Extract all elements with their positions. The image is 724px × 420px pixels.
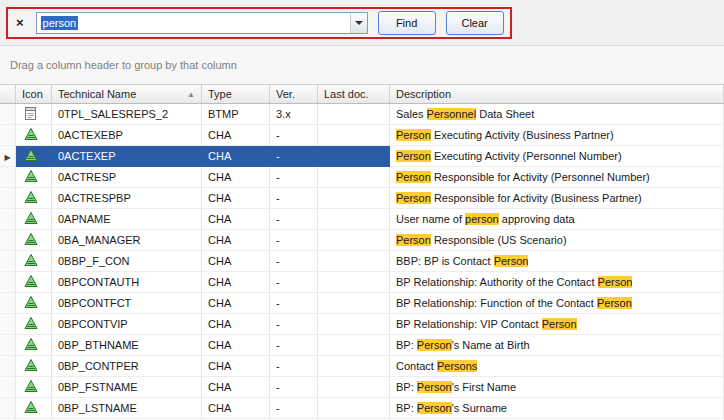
- ver-cell: -: [270, 146, 318, 167]
- icon-cell: [16, 209, 52, 230]
- type-cell: CHA: [202, 188, 270, 209]
- document-icon: [24, 106, 37, 125]
- ver-cell: -: [270, 377, 318, 398]
- last-doc-cell: [318, 272, 390, 293]
- search-input[interactable]: person: [36, 12, 368, 34]
- table-row[interactable]: 0BA_MANAGERCHA-Person Responsible (US Sc…: [0, 230, 724, 251]
- technical-name-cell: 0ACTRESPBP: [52, 188, 202, 209]
- search-match-highlight: Person: [494, 255, 529, 267]
- row-indicator-cell: [0, 377, 16, 398]
- column-header-label: Ver.: [276, 88, 295, 100]
- characteristic-icon: [24, 169, 38, 188]
- description-cell: BP: Person's First Name: [390, 377, 724, 398]
- group-by-panel[interactable]: Drag a column header to group by that co…: [0, 46, 724, 84]
- column-header-last-doc[interactable]: Last doc.: [318, 85, 390, 103]
- column-header-icon[interactable]: Icon: [16, 85, 52, 103]
- ver-cell: -: [270, 167, 318, 188]
- table-row[interactable]: 0APNAMECHA-User name of person approving…: [0, 209, 724, 230]
- search-match-highlight: Person: [396, 234, 431, 246]
- column-header-technical-name[interactable]: Technical Name▲: [52, 85, 202, 103]
- table-row[interactable]: 0BPCONTAUTHCHA-BP Relationship: Authorit…: [0, 272, 724, 293]
- icon-cell: [16, 167, 52, 188]
- row-indicator-cell: ▶: [0, 146, 16, 167]
- technical-name-cell: 0BPCONTVIP: [52, 314, 202, 335]
- icon-cell: [16, 272, 52, 293]
- ver-cell: -: [270, 356, 318, 377]
- table-header: IconTechnical Name▲TypeVer.Last doc.Desc…: [0, 84, 724, 104]
- current-row-arrow-icon: ▶: [4, 153, 10, 162]
- search-match-highlight: Person: [597, 297, 632, 309]
- column-header-label: Last doc.: [324, 88, 369, 100]
- table-row[interactable]: 0BP_BTHNAMECHA-BP: Person's Name at Birt…: [0, 335, 724, 356]
- search-match-highlight: Person: [396, 129, 431, 141]
- ver-cell: -: [270, 314, 318, 335]
- characteristic-icon: [24, 253, 38, 272]
- combo-dropdown-button[interactable]: [350, 13, 367, 33]
- icon-cell: [16, 398, 52, 419]
- table-row[interactable]: ▶0ACTEXEPCHA-Person Executing Activity (…: [0, 146, 724, 167]
- table-row[interactable]: 0BBP_F_CONCHA-BBP: BP is Contact Person: [0, 251, 724, 272]
- type-cell: CHA: [202, 125, 270, 146]
- description-cell: Person Executing Activity (Business Part…: [390, 125, 724, 146]
- search-match-highlight: Person: [417, 402, 452, 414]
- type-cell: CHA: [202, 251, 270, 272]
- last-doc-cell: [318, 188, 390, 209]
- row-indicator-cell: [0, 335, 16, 356]
- column-header-label: Icon: [22, 88, 43, 100]
- ver-cell: -: [270, 125, 318, 146]
- table-row[interactable]: 0ACTRESPCHA-Person Responsible for Activ…: [0, 167, 724, 188]
- ver-cell: -: [270, 188, 318, 209]
- column-header-description[interactable]: Description: [390, 85, 724, 103]
- icon-cell: [16, 104, 52, 125]
- column-header-ver[interactable]: Ver.: [270, 85, 318, 103]
- icon-cell: [16, 146, 52, 167]
- table-row[interactable]: 0BP_FSTNAMECHA-BP: Person's First Name: [0, 377, 724, 398]
- icon-cell: [16, 314, 52, 335]
- sort-ascending-icon: ▲: [187, 90, 195, 99]
- row-indicator-cell: [0, 314, 16, 335]
- icon-cell: [16, 188, 52, 209]
- description-cell: Contact Persons: [390, 356, 724, 377]
- ver-cell: -: [270, 272, 318, 293]
- table-row[interactable]: 0BP_LSTNAMECHA-BP: Person's Surname: [0, 398, 724, 419]
- header-indicator-cell: [0, 85, 16, 103]
- technical-name-cell: 0BPCONTFCT: [52, 293, 202, 314]
- technical-name-cell: 0ACTEXEP: [52, 146, 202, 167]
- description-cell: BP Relationship: Authority of the Contac…: [390, 272, 724, 293]
- ver-cell: -: [270, 398, 318, 419]
- search-match-highlight: Persons: [437, 360, 477, 372]
- table-row[interactable]: 0BP_CONTPERCHA-Contact Persons: [0, 356, 724, 377]
- table-row[interactable]: 0BPCONTFCTCHA-BP Relationship: Function …: [0, 293, 724, 314]
- description-cell: BP: Person's Surname: [390, 398, 724, 419]
- ver-cell: -: [270, 335, 318, 356]
- last-doc-cell: [318, 209, 390, 230]
- ver-cell: -: [270, 293, 318, 314]
- characteristic-icon: [24, 379, 38, 398]
- column-header-label: Description: [396, 88, 451, 100]
- annotation-highlight: × person Find Clear: [6, 7, 512, 39]
- characteristic-icon: [24, 274, 38, 293]
- column-header-type[interactable]: Type: [202, 85, 270, 103]
- description-cell: BP Relationship: Function of the Contact…: [390, 293, 724, 314]
- description-cell: Person Executing Activity (Personnel Num…: [390, 146, 724, 167]
- table-row[interactable]: 0TPL_SALESREPS_2BTMP3.xSales Personnel D…: [0, 104, 724, 125]
- table-body: 0TPL_SALESREPS_2BTMP3.xSales Personnel D…: [0, 104, 724, 419]
- search-match-highlight: Person: [396, 192, 431, 204]
- last-doc-cell: [318, 356, 390, 377]
- type-cell: CHA: [202, 314, 270, 335]
- group-by-hint: Drag a column header to group by that co…: [10, 59, 237, 71]
- find-button[interactable]: Find: [378, 11, 436, 35]
- characteristic-icon: [24, 358, 38, 377]
- type-cell: CHA: [202, 209, 270, 230]
- type-cell: CHA: [202, 146, 270, 167]
- type-cell: CHA: [202, 356, 270, 377]
- close-icon[interactable]: ×: [14, 16, 26, 29]
- table-row[interactable]: 0ACTRESPBPCHA-Person Responsible for Act…: [0, 188, 724, 209]
- table-row[interactable]: 0ACTEXEBPCHA-Person Executing Activity (…: [0, 125, 724, 146]
- row-indicator-cell: [0, 398, 16, 419]
- column-header-label: Technical Name: [58, 88, 136, 100]
- row-indicator-cell: [0, 167, 16, 188]
- clear-button[interactable]: Clear: [446, 11, 504, 35]
- characteristic-icon: [24, 316, 38, 335]
- table-row[interactable]: 0BPCONTVIPCHA-BP Relationship: VIP Conta…: [0, 314, 724, 335]
